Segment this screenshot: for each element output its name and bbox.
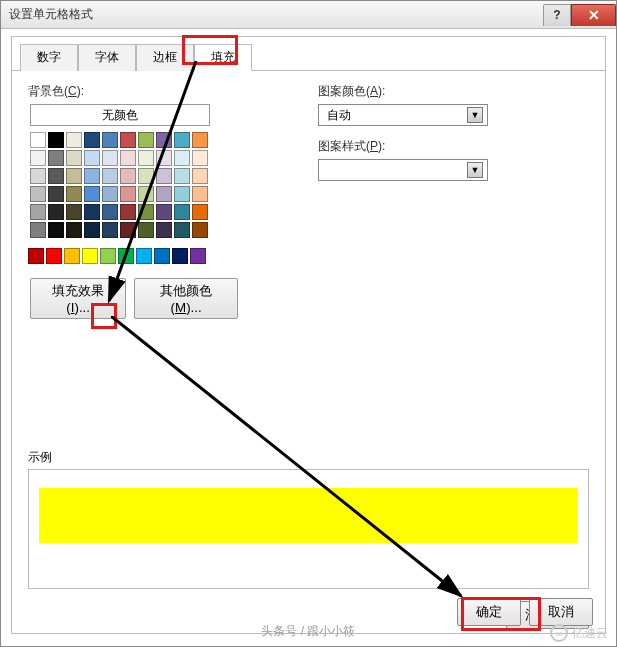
- chevron-down-icon: ▼: [467, 107, 483, 123]
- color-swatch[interactable]: [84, 168, 100, 184]
- color-swatch[interactable]: [174, 204, 190, 220]
- color-swatch[interactable]: [154, 248, 170, 264]
- color-swatch[interactable]: [28, 248, 44, 264]
- dialog-window: 设置单元格格式 ? ✕ 数字 字体 边框 填充 背景色(C): 无颜色: [0, 0, 617, 647]
- bg-color-label: 背景色(C):: [28, 83, 238, 100]
- color-swatch[interactable]: [138, 132, 154, 148]
- color-swatch[interactable]: [102, 150, 118, 166]
- color-swatch[interactable]: [102, 186, 118, 202]
- dialog-title: 设置单元格格式: [9, 6, 543, 23]
- color-swatch[interactable]: [84, 132, 100, 148]
- background-color-section: 背景色(C): 无颜色 填充效果(I)... 其他颜色(M)...: [28, 83, 238, 319]
- color-swatch[interactable]: [192, 132, 208, 148]
- tab-font[interactable]: 字体: [78, 44, 136, 71]
- dialog-buttons: 确定 取消: [457, 598, 593, 626]
- other-colors-button[interactable]: 其他颜色(M)...: [134, 278, 238, 319]
- color-swatch[interactable]: [66, 222, 82, 238]
- color-swatch[interactable]: [172, 248, 188, 264]
- color-swatch[interactable]: [118, 248, 134, 264]
- color-swatch[interactable]: [48, 186, 64, 202]
- color-swatch[interactable]: [84, 150, 100, 166]
- color-swatch[interactable]: [66, 132, 82, 148]
- color-swatch[interactable]: [82, 248, 98, 264]
- color-swatch[interactable]: [190, 248, 206, 264]
- watermark-text: 头条号 / 跟小小筱: [1, 623, 616, 640]
- color-swatch[interactable]: [192, 150, 208, 166]
- color-swatch[interactable]: [84, 222, 100, 238]
- color-swatch[interactable]: [30, 150, 46, 166]
- color-swatch[interactable]: [174, 186, 190, 202]
- color-swatch[interactable]: [64, 248, 80, 264]
- color-swatch[interactable]: [120, 168, 136, 184]
- pattern-color-combo[interactable]: 自动 ▼: [318, 104, 488, 126]
- color-swatch[interactable]: [30, 186, 46, 202]
- ok-button[interactable]: 确定: [457, 598, 521, 626]
- color-swatch[interactable]: [120, 222, 136, 238]
- tab-border[interactable]: 边框: [136, 44, 194, 71]
- tab-number[interactable]: 数字: [20, 44, 78, 71]
- color-swatch[interactable]: [156, 168, 172, 184]
- color-swatch[interactable]: [100, 248, 116, 264]
- color-swatch[interactable]: [156, 204, 172, 220]
- color-swatch[interactable]: [138, 150, 154, 166]
- color-swatch[interactable]: [174, 222, 190, 238]
- color-swatch[interactable]: [120, 132, 136, 148]
- color-swatch[interactable]: [120, 150, 136, 166]
- color-swatch[interactable]: [48, 204, 64, 220]
- color-swatch[interactable]: [48, 168, 64, 184]
- close-icon: ✕: [588, 7, 600, 23]
- color-swatch[interactable]: [156, 150, 172, 166]
- help-button[interactable]: ?: [543, 4, 571, 26]
- color-swatch[interactable]: [30, 222, 46, 238]
- logo-text: 亿速云: [572, 625, 608, 642]
- color-swatch[interactable]: [174, 132, 190, 148]
- color-swatch[interactable]: [66, 150, 82, 166]
- dialog-content: 数字 字体 边框 填充 背景色(C): 无颜色 填充效果(I)...: [11, 36, 606, 634]
- color-swatch[interactable]: [66, 168, 82, 184]
- color-swatch[interactable]: [66, 204, 82, 220]
- color-swatch[interactable]: [102, 204, 118, 220]
- color-swatch[interactable]: [48, 150, 64, 166]
- tab-fill[interactable]: 填充: [194, 44, 252, 71]
- color-swatch[interactable]: [120, 204, 136, 220]
- color-swatch[interactable]: [84, 204, 100, 220]
- fill-effects-button[interactable]: 填充效果(I)...: [30, 278, 126, 319]
- color-swatch[interactable]: [192, 186, 208, 202]
- color-swatch[interactable]: [102, 132, 118, 148]
- close-button[interactable]: ✕: [571, 4, 616, 26]
- color-swatch[interactable]: [138, 168, 154, 184]
- color-swatch[interactable]: [136, 248, 152, 264]
- color-swatch[interactable]: [84, 186, 100, 202]
- color-swatch[interactable]: [66, 186, 82, 202]
- pattern-style-combo[interactable]: ▼: [318, 159, 488, 181]
- color-swatch[interactable]: [192, 222, 208, 238]
- chevron-down-icon: ▼: [467, 162, 483, 178]
- color-buttons-row: 填充效果(I)... 其他颜色(M)...: [30, 278, 238, 319]
- color-swatch[interactable]: [192, 204, 208, 220]
- color-swatch[interactable]: [174, 168, 190, 184]
- no-color-button[interactable]: 无颜色: [30, 104, 210, 126]
- color-swatch[interactable]: [30, 204, 46, 220]
- color-swatch[interactable]: [156, 186, 172, 202]
- cancel-button[interactable]: 取消: [529, 598, 593, 626]
- color-swatch[interactable]: [102, 168, 118, 184]
- standard-color-row: [28, 248, 238, 264]
- color-swatch[interactable]: [48, 132, 64, 148]
- color-swatch[interactable]: [30, 168, 46, 184]
- color-swatch[interactable]: [30, 132, 46, 148]
- color-swatch[interactable]: [138, 186, 154, 202]
- pattern-style-label: 图案样式(P):: [318, 138, 558, 155]
- color-swatch[interactable]: [138, 222, 154, 238]
- color-swatch[interactable]: [156, 222, 172, 238]
- color-swatch[interactable]: [102, 222, 118, 238]
- color-swatch[interactable]: [46, 248, 62, 264]
- color-swatch[interactable]: [48, 222, 64, 238]
- dialog-body: 背景色(C): 无颜色 填充效果(I)... 其他颜色(M)...: [12, 71, 605, 636]
- pattern-section: 图案颜色(A): 自动 ▼ 图案样式(P): ▼: [318, 83, 558, 193]
- color-swatch[interactable]: [156, 132, 172, 148]
- color-swatch[interactable]: [120, 186, 136, 202]
- color-swatch[interactable]: [192, 168, 208, 184]
- theme-color-grid: [30, 132, 238, 238]
- color-swatch[interactable]: [138, 204, 154, 220]
- color-swatch[interactable]: [174, 150, 190, 166]
